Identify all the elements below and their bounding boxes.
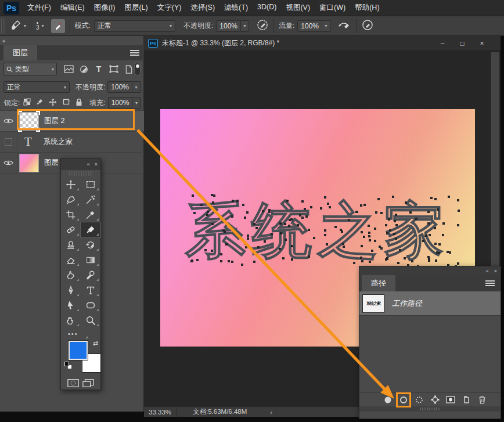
edit-toolbar-button[interactable]: ••• <box>61 328 100 340</box>
dodge-tool[interactable] <box>81 268 100 283</box>
filter-shape-layers-icon[interactable] <box>108 63 120 75</box>
layer-thumbnail[interactable] <box>20 113 38 130</box>
paths-panel-resize-grip[interactable] <box>359 406 501 412</box>
document-title-bar[interactable]: Ps 未标题-1 @ 33.3% (图层 2, RGB/8#) * – □ × <box>144 36 501 51</box>
zoom-level-field[interactable]: 33.33% <box>144 407 177 417</box>
menu-item-1[interactable]: 文件(F) <box>23 1 56 15</box>
layer-opacity-input[interactable]: 100% <box>107 81 132 93</box>
collapse-dock-icon[interactable]: « <box>2 38 5 44</box>
layer-opacity-dropdown[interactable]: ▾ <box>132 81 141 93</box>
filter-pixel-layers-icon[interactable] <box>63 63 74 75</box>
tool-preset-picker[interactable]: ▾ <box>10 19 26 33</box>
spot-healing-brush-tool[interactable] <box>61 222 81 237</box>
eyedropper-tool[interactable] <box>81 207 100 222</box>
menu-item-10[interactable]: 窗口(W) <box>315 1 350 15</box>
status-chevron-icon[interactable]: › <box>270 409 272 416</box>
visibility-toggle[interactable] <box>0 111 17 132</box>
menu-item-5[interactable]: 文字(Y) <box>153 1 186 15</box>
filter-adjustment-layers-icon[interactable] <box>78 63 89 75</box>
layer-thumbnail[interactable] <box>20 154 38 172</box>
shape-tool[interactable] <box>81 298 100 313</box>
menu-item-3[interactable]: 图像(I) <box>89 1 120 15</box>
gradient-tool[interactable] <box>81 253 100 268</box>
maximize-button[interactable]: □ <box>456 39 468 48</box>
lock-all-icon[interactable] <box>75 98 82 108</box>
filter-type-layers-icon[interactable]: T <box>93 63 105 75</box>
hand-tool[interactable] <box>61 313 81 328</box>
fill-path-button[interactable] <box>383 395 393 405</box>
layer-blend-mode-select[interactable]: 正常 ▾ <box>3 81 70 93</box>
menu-item-9[interactable]: 视图(V) <box>281 1 315 15</box>
collapse-toolbox-icon[interactable]: « <box>87 161 90 167</box>
new-path-button[interactable] <box>461 395 471 405</box>
path-selection-tool[interactable] <box>61 298 81 313</box>
menu-item-11[interactable]: 帮助(H) <box>350 1 384 15</box>
visibility-toggle[interactable] <box>0 132 17 153</box>
close-button[interactable]: × <box>476 39 488 48</box>
lasso-tool[interactable] <box>61 192 81 207</box>
layer-filter-toggle[interactable] <box>134 63 141 75</box>
layer-row-1[interactable]: 图层 2 <box>0 111 144 132</box>
smudge-tool[interactable] <box>61 268 81 283</box>
menu-item-8[interactable]: 3D(D) <box>253 1 281 15</box>
pen-tool[interactable] <box>61 283 81 298</box>
tab-paths[interactable]: 路径 <box>362 275 395 291</box>
menu-item-2[interactable]: 编辑(E) <box>56 1 89 15</box>
stroke-path-button[interactable] <box>398 395 409 405</box>
crop-tool[interactable] <box>61 207 81 222</box>
eraser-tool[interactable] <box>61 253 81 268</box>
minimize-button[interactable]: – <box>437 39 448 48</box>
flow-input[interactable]: 100% <box>297 20 322 32</box>
layer-name[interactable]: 系统之家 <box>44 137 73 147</box>
work-path-name[interactable]: 工作路径 <box>392 298 422 309</box>
menu-item-6[interactable]: 选择(S) <box>186 1 219 15</box>
opacity-input[interactable]: 100% <box>216 20 241 32</box>
tab-layers[interactable]: 图层 <box>3 45 37 60</box>
blend-mode-select[interactable]: 正常 ▾ <box>94 20 175 32</box>
history-brush-tool[interactable] <box>81 237 100 253</box>
magic-wand-tool[interactable] <box>81 192 100 207</box>
toolbox-grip[interactable] <box>69 171 92 176</box>
toggle-brush-panel-button[interactable] <box>51 19 65 33</box>
work-path-row[interactable]: 系统之家 工作路径 <box>359 291 501 316</box>
options-bar-grip[interactable] <box>1 19 5 34</box>
marquee-tool[interactable] <box>81 177 100 192</box>
filter-smart-objects-icon[interactable] <box>123 63 135 75</box>
lock-pixels-icon[interactable] <box>36 98 44 107</box>
airbrush-icon[interactable] <box>337 19 351 33</box>
fill-input[interactable]: 100% <box>108 97 133 109</box>
layers-menu-icon[interactable] <box>130 50 139 56</box>
add-mask-button[interactable] <box>445 395 456 405</box>
visibility-toggle[interactable] <box>0 153 17 174</box>
foreground-color-swatch[interactable] <box>69 341 88 360</box>
lock-position-icon[interactable] <box>49 98 57 108</box>
menu-item-4[interactable]: 图层(L) <box>120 1 152 15</box>
delete-path-button[interactable] <box>477 395 487 405</box>
quick-mask-icon[interactable] <box>67 378 79 389</box>
zoom-tool[interactable] <box>81 313 100 328</box>
load-path-as-selection-button[interactable] <box>414 395 424 405</box>
move-tool[interactable] <box>61 177 81 192</box>
screen-mode-icon[interactable] <box>82 378 94 389</box>
lock-transparency-icon[interactable] <box>23 98 31 107</box>
flow-dropdown-button[interactable]: ▾ <box>322 20 330 32</box>
menu-item-7[interactable]: 滤镜(T) <box>219 1 253 15</box>
default-colors-icon[interactable] <box>64 362 72 369</box>
brush-tool[interactable] <box>81 222 100 237</box>
fill-dropdown[interactable]: ▾ <box>132 97 141 109</box>
clone-stamp-tool[interactable] <box>61 237 81 253</box>
close-panel-icon[interactable]: × <box>494 268 497 274</box>
lock-artboard-icon[interactable] <box>62 98 70 107</box>
toolbox-header[interactable]: « × <box>61 158 100 170</box>
pressure-opacity-icon[interactable] <box>256 19 269 33</box>
swap-colors-icon[interactable]: ⇄ <box>93 340 98 347</box>
close-toolbox-icon[interactable]: × <box>95 161 98 167</box>
smoothing-icon[interactable] <box>361 19 374 33</box>
layer-row-2[interactable]: T 系统之家 <box>0 132 144 153</box>
brush-size-picker[interactable]: 3 ▾ <box>36 22 44 30</box>
opacity-dropdown-button[interactable]: ▾ <box>241 20 249 32</box>
make-work-path-button[interactable] <box>430 395 440 405</box>
paths-menu-icon[interactable] <box>485 280 495 286</box>
type-tool[interactable] <box>81 283 100 298</box>
layer-name[interactable]: 图层 2 <box>44 116 64 126</box>
